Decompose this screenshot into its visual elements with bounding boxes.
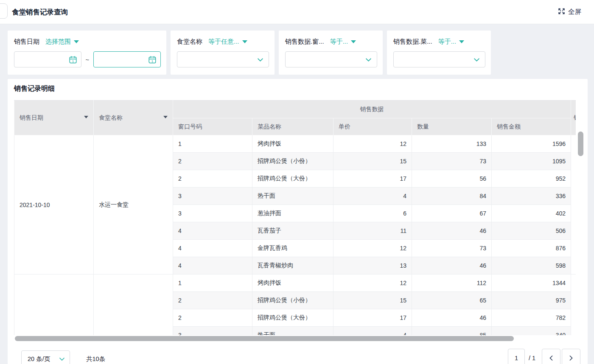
column-header-clipped: 销 [571,101,576,135]
dropdown-triangle-icon [459,40,464,43]
chevron-right-icon [569,355,574,361]
cell-window-number: 2 [173,292,252,309]
cell-window-number: 3 [173,327,252,336]
dish-name-select[interactable] [393,51,485,67]
filter-operator-window-number[interactable]: 等于... [330,38,356,46]
fullscreen-button[interactable]: 全屏 [558,0,581,24]
cell-unit-price: 12 [333,274,412,292]
vertical-scrollbar[interactable] [578,132,583,156]
cell-sales-amount: 975 [492,292,571,309]
cell-dish-name: 瓦香青椒炒肉 [252,257,333,274]
filter-operator-dish-name[interactable]: 等于... [438,38,465,46]
cell-unit-price: 11 [333,222,412,240]
cell-quantity: 73 [412,240,492,257]
cell-window-number: 2 [173,309,252,327]
calendar-icon: 1 [148,56,157,64]
fullscreen-icon [558,8,565,17]
cell-window-number: 2 [173,170,252,188]
table-row: 1烤肉拌饭121121344 [14,274,576,292]
filter-card-dish-name: 销售数据.菜... 等于... [387,31,491,75]
app-header: 食堂销售记录查询 全屏 [0,0,594,24]
date-start-input[interactable]: 1 [14,51,81,67]
column-group-sales-data: 销售数据 [173,101,571,118]
collapsed-panel-button[interactable] [0,3,8,19]
pagination-bar: 20 条/页 共10条 1 / 1 [8,342,588,364]
svg-text:1: 1 [72,59,74,63]
column-header-price: 单价 [333,118,412,135]
sales-detail-panel: 销售记录明细 销售日期 食堂名称 销售数据 [8,79,588,364]
previous-page-button[interactable] [542,349,560,364]
chevron-down-icon [59,357,65,361]
sort-icon[interactable] [84,115,88,118]
cell-sales-amount: 1344 [492,274,571,292]
filter-operator-sales-date[interactable]: 选择范围 [45,38,79,46]
cell-unit-price: 17 [333,309,412,327]
cell-quantity: 65 [412,292,492,309]
window-number-select[interactable] [285,51,377,67]
fullscreen-label: 全屏 [568,8,581,17]
cell-unit-price: 15 [333,153,412,170]
section-title: 销售记录明细 [14,84,55,93]
filter-operator-canteen-name[interactable]: 等于任意... [208,38,247,46]
cell-sales-amount: 340 [492,327,571,336]
cell-canteen-name [94,274,173,336]
cell-dish-name: 招牌鸡公煲（大份） [252,309,333,327]
date-range-separator: ~ [86,56,90,63]
cell-dish-name: 招牌鸡公煲（小份） [252,292,333,309]
canteen-name-select[interactable] [177,51,269,67]
cell-quantity: 133 [412,135,492,153]
cell-unit-price: 17 [333,170,412,188]
filter-label-canteen-name: 食堂名称 [177,38,202,46]
cell-dish-name: 葱油拌面 [252,205,333,222]
filter-label-dish-name: 销售数据.菜... [393,38,432,46]
total-pages-label: / 1 [529,349,535,364]
cell-window-number: 2 [173,153,252,170]
cell-unit-price: 6 [333,205,412,222]
chevron-down-icon [257,57,263,62]
cell-unit-price: 4 [333,327,412,336]
next-page-button[interactable] [562,349,580,364]
cell-unit-price: 4 [333,188,412,205]
cell-sales-amount: 1596 [492,135,571,153]
cell-sales-date [14,274,94,336]
cell-dish-name: 招牌鸡公煲（小份） [252,153,333,170]
column-header-window: 窗口号码 [173,118,252,135]
cell-dish-name: 热干面 [252,327,333,336]
dropdown-triangle-icon [242,40,247,43]
filter-card-window-number: 销售数据.窗... 等于... [279,31,383,75]
cell-window-number: 4 [173,257,252,274]
page-number-input[interactable]: 1 [508,349,525,364]
cell-sales-amount: 952 [492,170,571,188]
horizontal-scrollbar[interactable] [15,336,514,341]
filter-card-sales-date: 销售日期 选择范围 1 ~ 1 [8,31,166,75]
sort-icon[interactable] [163,115,168,118]
column-header-dish: 菜品名称 [252,118,333,135]
cell-unit-price: 12 [333,240,412,257]
page-title: 食堂销售记录查询 [12,0,68,24]
filter-card-canteen-name: 食堂名称 等于任意... [171,31,275,75]
cell-quantity: 46 [412,222,492,240]
cell-quantity: 46 [412,257,492,274]
svg-text:1: 1 [151,59,154,63]
cell-dish-name: 热干面 [252,188,333,205]
cell-window-number: 3 [173,205,252,222]
cell-quantity: 56 [412,170,492,188]
column-header-amount: 销售金额 [492,118,571,135]
cell-quantity: 73 [412,153,492,170]
sales-table: 销售日期 食堂名称 销售数据 销 窗口号码 菜品名称 单价 数量 销售金额 [14,100,576,335]
cell-sales-amount: 876 [492,240,571,257]
page-size-select[interactable]: 20 条/页 [21,350,70,364]
cell-unit-price: 12 [333,135,412,153]
cell-dish-name: 烤肉拌饭 [252,135,333,153]
cell-quantity: 112 [412,274,492,292]
table-row: 2021-10-10水运一食堂1烤肉拌饭121331596 [14,135,576,153]
date-end-input[interactable]: 1 [93,51,161,67]
cell-quantity: 46 [412,309,492,327]
column-header-canteen[interactable]: 食堂名称 [94,101,173,135]
cell-sales-amount: 336 [492,188,571,205]
cell-dish-name: 烤肉拌饭 [252,274,333,292]
dropdown-triangle-icon [74,40,79,43]
filter-label-window-number: 销售数据.窗... [285,38,324,46]
cell-dish-name: 金牌瓦香鸡 [252,240,333,257]
column-header-date[interactable]: 销售日期 [14,101,94,135]
